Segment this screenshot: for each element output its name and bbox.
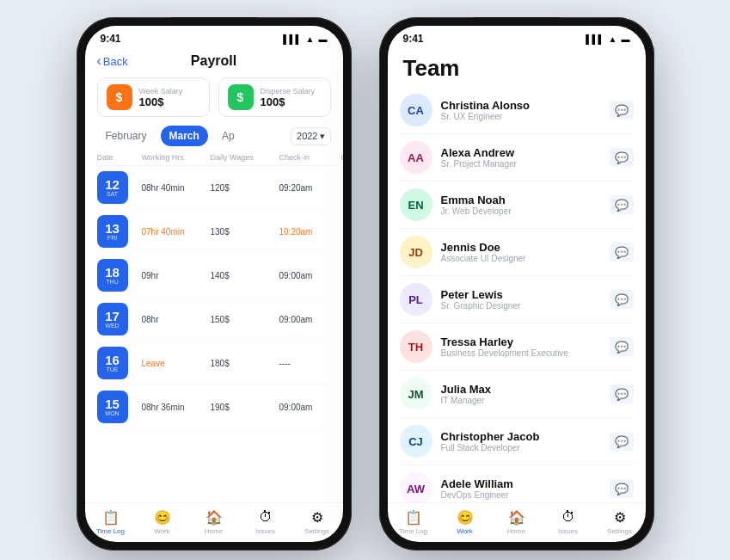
back-button[interactable]: ‹ Back [97, 54, 128, 68]
member-info-7: Julia Max IT Manager [441, 383, 601, 405]
nav2-work-label: Work [457, 527, 473, 535]
member-name-6: Tressa Harley [441, 335, 601, 348]
signal-icon: ▌▌▌ [283, 34, 301, 44]
member-name-9: Adele William [441, 477, 601, 490]
member-role-7: IT Manager [441, 396, 601, 405]
th-date: Date [97, 153, 142, 162]
month-march[interactable]: March [161, 126, 208, 146]
week-salary-card: $ Week Salary 100$ [97, 77, 210, 117]
member-role-8: Full Stack Developer [441, 443, 601, 452]
nav-issues[interactable]: ⏱ Issues [240, 508, 291, 535]
member-name-3: Emma Noah [441, 194, 601, 206]
member-role-6: Business Development Executive [441, 348, 601, 358]
settings-icon-2: ⚙ [610, 508, 629, 526]
status-bar-2: 9:41 ▌▌▌ ▲ ▬ [388, 26, 646, 48]
wages-16: 180$ [211, 359, 279, 368]
month-april[interactable]: Ap [213, 126, 243, 146]
chat-button-8[interactable]: 💬 [610, 432, 634, 451]
member-info-3: Emma Noah Jr. Web Developer [441, 194, 601, 216]
avatar-7: JM [400, 378, 432, 410]
status-time-2: 9:41 [403, 33, 424, 45]
team-title: Team [388, 48, 646, 87]
week-salary-amount: 100$ [139, 95, 183, 108]
phone-payroll: 9:41 ▌▌▌ ▲ ▬ ‹ Back Payroll [77, 17, 352, 551]
nav-home[interactable]: 🏠 Home [188, 508, 240, 535]
avatar-6: TH [400, 330, 432, 363]
date-badge-18: 18 THU [97, 259, 128, 292]
payroll-table: Date Working Hrs Daily Wages Check-in C … [85, 150, 343, 502]
nav2-work[interactable]: 😊 Work [439, 508, 491, 535]
back-label: Back [103, 55, 128, 68]
month-february[interactable]: February [97, 126, 156, 146]
member-role-2: Sr. Project Manager [441, 159, 601, 169]
status-icons-2: ▌▌▌ ▲ ▬ [586, 34, 629, 44]
member-name-4: Jennis Doe [441, 241, 601, 254]
salary-cards: $ Week Salary 100$ $ Disperse Salary 100… [85, 72, 343, 122]
team-member-6: TH Tressa Harley Business Development Ex… [400, 323, 634, 371]
nav2-issues-label: Issues [558, 527, 578, 535]
team-member-3: EN Emma Noah Jr. Web Developer 💬 [400, 182, 634, 229]
nav2-settings[interactable]: ⚙ Settings [594, 508, 646, 535]
year-value: 2022 [297, 131, 317, 141]
wages-15: 190$ [211, 403, 279, 412]
chat-button-6[interactable]: 💬 [610, 337, 634, 356]
year-select[interactable]: 2022 ▾ [291, 127, 330, 145]
payroll-title: Payroll [191, 53, 236, 69]
avatar-5: PL [400, 283, 432, 316]
nav2-settings-label: Settings [607, 527, 632, 535]
phone-team: 9:41 ▌▌▌ ▲ ▬ Team CA Christina Alonso Sr… [379, 17, 654, 551]
nav-settings[interactable]: ⚙ Settings [291, 508, 343, 535]
work-icon-2: 😊 [456, 508, 475, 526]
nav2-timelog[interactable]: 📋 Time Log [388, 508, 439, 535]
team-list: CA Christina Alonso Sr. UX Engineer 💬 AA… [388, 87, 646, 502]
nav2-issues[interactable]: ⏱ Issues [543, 508, 594, 535]
nav2-home-label: Home [507, 527, 525, 535]
battery-icon: ▬ [318, 34, 327, 44]
week-salary-label: Week Salary [139, 87, 183, 95]
chat-button-1[interactable]: 💬 [610, 101, 634, 120]
working-13: 07hr 40min [142, 227, 211, 237]
table-row: 16 TUE Leave 180$ ---- [94, 342, 334, 385]
date-badge-12: 12 SAT [97, 171, 128, 204]
table-row: 15 MON 08hr 36min 190$ 09:00am [94, 385, 334, 429]
bottom-nav: 📋 Time Log 😊 Work 🏠 Home ⏱ Issues [85, 502, 343, 542]
team-member-2: AA Alexa Andrew Sr. Project Manager 💬 [400, 134, 634, 182]
year-chevron-icon: ▾ [320, 131, 325, 142]
date-badge-13: 13 FRI [97, 215, 128, 248]
team-member-9: AW Adele William DevOps Engineer 💬 [400, 465, 634, 502]
week-salary-icon: $ [107, 84, 132, 110]
team-member-4: JD Jennis Doe Associate UI Designer 💬 [400, 229, 634, 276]
member-info-8: Christopher Jacob Full Stack Developer [441, 430, 601, 452]
date-badge-17: 17 WED [97, 303, 128, 335]
member-name-8: Christopher Jacob [441, 430, 601, 443]
chat-button-7[interactable]: 💬 [610, 385, 634, 403]
settings-icon: ⚙ [308, 508, 327, 526]
member-role-1: Sr. UX Engineer [441, 112, 601, 121]
member-role-4: Associate UI Designer [441, 254, 601, 263]
chat-button-3[interactable]: 💬 [610, 195, 634, 214]
checkin-13: 10:20am [279, 227, 341, 237]
nav-work[interactable]: 😊 Work [137, 508, 188, 535]
checkin-15: 09:00am [279, 403, 341, 412]
member-info-9: Adele William DevOps Engineer [441, 477, 601, 500]
wifi-icon: ▲ [306, 34, 315, 44]
chat-button-2[interactable]: 💬 [610, 148, 634, 167]
work-icon: 😊 [153, 508, 172, 526]
member-info-5: Peter Lewis Sr. Graphic Designer [441, 288, 601, 311]
chat-button-5[interactable]: 💬 [610, 290, 634, 309]
nav-timelog[interactable]: 📋 Time Log [85, 508, 137, 535]
nav2-home[interactable]: 🏠 Home [491, 508, 543, 535]
team-screen: Team CA Christina Alonso Sr. UX Engineer… [388, 48, 646, 542]
avatar-2: AA [400, 141, 432, 174]
chat-button-9[interactable]: 💬 [610, 479, 634, 498]
wages-18: 140$ [211, 271, 279, 280]
checkin-17: 09:00am [279, 315, 341, 324]
scene: 9:41 ▌▌▌ ▲ ▬ ‹ Back Payroll [59, 0, 672, 560]
member-role-5: Sr. Graphic Designer [441, 301, 601, 311]
chat-button-4[interactable]: 💬 [610, 243, 634, 262]
table-row: 13 FRI 07hr 40min 130$ 10:20am [94, 210, 334, 254]
member-name-2: Alexa Andrew [441, 146, 601, 159]
working-16: Leave [142, 359, 211, 368]
team-member-7: JM Julia Max IT Manager 💬 [400, 371, 634, 418]
table-header: Date Working Hrs Daily Wages Check-in C [94, 150, 334, 166]
